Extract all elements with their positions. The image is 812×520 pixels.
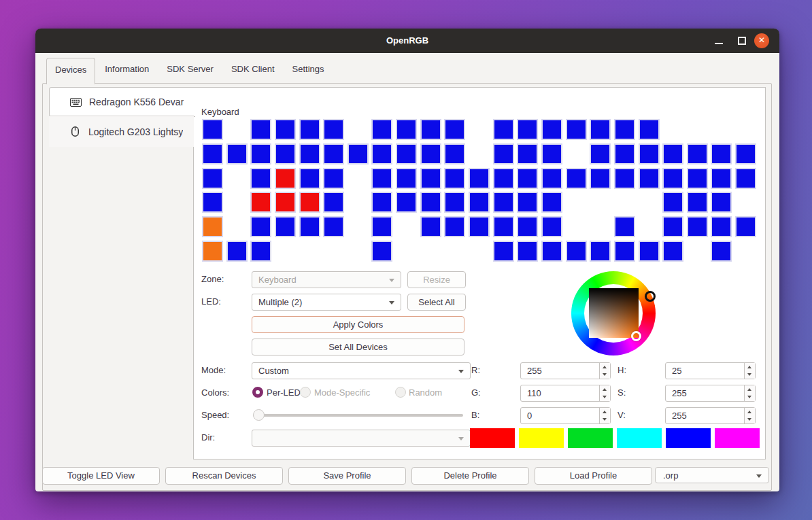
led-cell[interactable] [543, 193, 561, 211]
spin-up-icon[interactable] [747, 388, 751, 391]
led-cell[interactable] [349, 145, 367, 163]
led-cell[interactable] [445, 169, 464, 188]
resize-button[interactable]: Resize [407, 271, 466, 288]
led-cell[interactable] [494, 145, 513, 163]
footer-button-save-profile[interactable]: Save Profile [288, 467, 406, 485]
channel-spinbox-r-[interactable]: 255 [520, 362, 611, 379]
channel-spinbox-h-[interactable]: 25 [665, 362, 756, 379]
led-cell[interactable] [203, 242, 222, 260]
led-cell[interactable] [518, 193, 537, 211]
led-cell[interactable] [373, 193, 391, 211]
close-button[interactable]: ✕ [754, 33, 769, 48]
led-cell[interactable] [664, 145, 682, 163]
saturation-value-square[interactable] [589, 288, 639, 338]
led-cell[interactable] [543, 145, 561, 163]
led-cell[interactable] [518, 120, 537, 139]
sv-selector-icon[interactable] [631, 331, 641, 341]
led-cell[interactable] [615, 145, 634, 163]
spin-down-icon[interactable] [603, 396, 607, 398]
apply-colors-button[interactable]: Apply Colors [252, 316, 464, 333]
spinner-arrows[interactable] [599, 363, 610, 379]
led-cell[interactable] [324, 193, 343, 211]
mode-dropdown[interactable]: Custom [252, 362, 471, 379]
set-all-devices-button[interactable]: Set All Devices [252, 339, 464, 356]
led-cell[interactable] [373, 169, 391, 188]
led-cell[interactable] [737, 218, 755, 236]
led-cell[interactable] [203, 218, 222, 236]
led-cell[interactable] [445, 193, 464, 211]
tab-settings[interactable]: Settings [284, 58, 333, 80]
tab-sdk-client[interactable]: SDK Client [223, 58, 283, 80]
led-cell[interactable] [252, 218, 270, 236]
led-cell[interactable] [615, 120, 634, 139]
led-cell[interactable] [324, 218, 343, 236]
led-cell[interactable] [737, 145, 755, 163]
led-cell[interactable] [494, 218, 513, 236]
led-cell[interactable] [688, 193, 707, 211]
led-dropdown[interactable]: Multiple (2) [252, 294, 401, 311]
led-cell[interactable] [543, 242, 561, 260]
led-cell[interactable] [397, 193, 416, 211]
led-cell[interactable] [688, 218, 707, 236]
led-cell[interactable] [591, 169, 609, 188]
led-cell[interactable] [422, 120, 440, 139]
led-cell[interactable] [203, 169, 222, 188]
led-cell[interactable] [712, 218, 730, 236]
led-cell[interactable] [567, 120, 586, 139]
footer-button-load-profile[interactable]: Load Profile [535, 467, 652, 485]
spin-down-icon[interactable] [747, 418, 751, 421]
tab-devices[interactable]: Devices [46, 58, 95, 84]
led-cell[interactable] [615, 242, 634, 260]
led-cell[interactable] [543, 120, 561, 139]
led-cell[interactable] [252, 120, 270, 139]
led-cell[interactable] [640, 169, 658, 188]
spin-down-icon[interactable] [747, 396, 751, 398]
footer-button-toggle-led-view[interactable]: Toggle LED View [42, 467, 160, 485]
spin-up-icon[interactable] [747, 411, 751, 413]
led-cell[interactable] [615, 169, 634, 188]
led-cell[interactable] [518, 169, 537, 188]
led-cell[interactable] [301, 145, 319, 163]
dir-dropdown[interactable] [252, 430, 471, 447]
led-cell[interactable] [276, 218, 294, 236]
channel-spinbox-s-[interactable]: 255 [665, 385, 756, 402]
led-cell[interactable] [712, 169, 730, 188]
led-cell[interactable] [373, 145, 391, 163]
led-cell[interactable] [640, 145, 658, 163]
led-cell[interactable] [373, 218, 391, 236]
led-cell[interactable] [397, 145, 416, 163]
led-cell[interactable] [252, 145, 270, 163]
led-cell[interactable] [252, 169, 270, 188]
led-cell[interactable] [276, 169, 294, 188]
radio-per-led[interactable] [252, 387, 263, 398]
led-cell[interactable] [276, 193, 294, 211]
led-cell[interactable] [615, 218, 634, 236]
led-cell[interactable] [203, 120, 222, 139]
spin-up-icon[interactable] [747, 366, 751, 368]
footer-button-rescan-devices[interactable]: Rescan Devices [165, 467, 283, 485]
speed-slider-handle[interactable] [253, 409, 265, 421]
led-cell[interactable] [422, 218, 440, 236]
color-swatch-6[interactable] [715, 428, 760, 448]
led-cell[interactable] [324, 145, 343, 163]
spinner-arrows[interactable] [744, 408, 755, 423]
led-cell[interactable] [518, 218, 537, 236]
led-cell[interactable] [324, 169, 343, 188]
led-cell[interactable] [470, 193, 488, 211]
device-item-logitech-g203-lightsy[interactable]: Logitech G203 Lightsy [49, 116, 194, 147]
led-cell[interactable] [591, 120, 609, 139]
led-cell[interactable] [664, 169, 682, 188]
led-cell[interactable] [664, 242, 682, 260]
tab-information[interactable]: Information [97, 58, 157, 80]
spinner-arrows[interactable] [744, 363, 755, 379]
zone-dropdown[interactable]: Keyboard [252, 271, 401, 288]
spinner-arrows[interactable] [744, 385, 755, 401]
led-cell[interactable] [228, 145, 246, 163]
profile-extension-dropdown[interactable]: .orp [655, 467, 769, 483]
led-cell[interactable] [252, 242, 270, 260]
led-cell[interactable] [422, 145, 440, 163]
spin-down-icon[interactable] [603, 373, 607, 376]
led-cell[interactable] [276, 145, 294, 163]
led-cell[interactable] [301, 193, 319, 211]
led-cell[interactable] [712, 193, 730, 211]
